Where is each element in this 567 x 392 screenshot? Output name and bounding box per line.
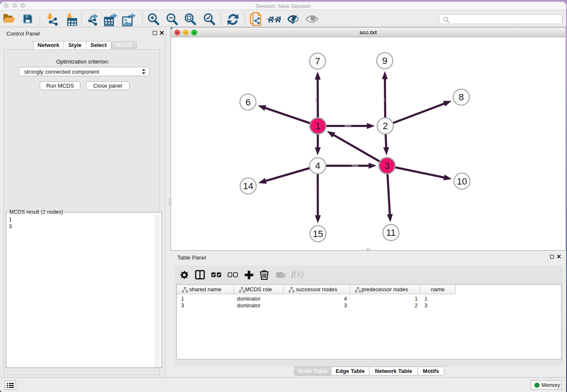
svg-text:4: 4 [315,160,320,171]
svg-text:9: 9 [382,55,387,66]
svg-text:3: 3 [384,160,389,171]
svg-text:15: 15 [313,229,323,239]
svg-text:14: 14 [243,181,253,191]
svg-text:11: 11 [386,227,396,238]
svg-text:2: 2 [383,121,388,131]
svg-text:7: 7 [315,56,320,66]
svg-text:10: 10 [457,176,467,187]
svg-text:1: 1 [315,121,320,131]
svg-text:8: 8 [459,92,464,102]
svg-text:6: 6 [245,97,250,108]
